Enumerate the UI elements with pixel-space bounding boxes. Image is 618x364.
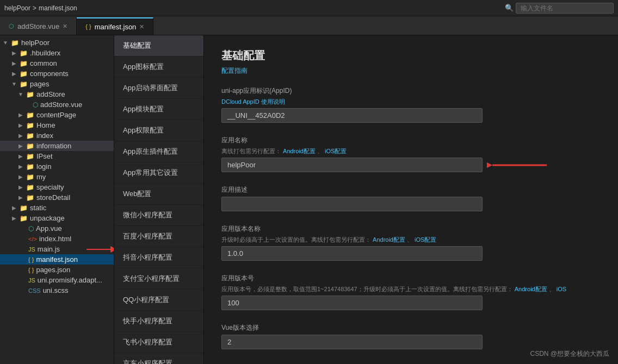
appid-sublabel-link[interactable]: DCloud AppID 使用说明 [221, 98, 285, 105]
vue-version-input[interactable] [221, 335, 483, 349]
breadcrumb: helpPoor > manifest.json [4, 4, 77, 12]
tab-manifest-label: manifest.json [95, 23, 137, 31]
sidebar-item-contentPage[interactable]: ▶ 📁 contentPage [0, 110, 114, 120]
version-name-input[interactable] [221, 246, 483, 261]
components-label: components [30, 70, 69, 78]
tab-manifest[interactable]: { } manifest.json ✕ [77, 17, 153, 35]
tab-manifest-icon: { } [85, 23, 91, 30]
sidebar-item-pages[interactable]: ▼ 📁 pages [0, 79, 114, 89]
config-menu-app-other[interactable]: App常用其它设置 [114, 162, 203, 184]
unpackage-icon: 📁 [20, 215, 28, 222]
sidebar-item-uni-promisify[interactable]: JS uni.promisify.adapt... [0, 275, 114, 285]
config-menu-jingdong[interactable]: 京东小程序配置 [114, 353, 203, 364]
field-version-code: 应用版本号 应用版本号，必须是整数，取值范围1~2147483647；升级时必须… [221, 274, 601, 310]
index-icon: 📁 [26, 132, 34, 140]
version-name-ios-link[interactable]: iOS配置 [415, 236, 436, 243]
sidebar-item-my[interactable]: ▶ 📁 my [0, 172, 114, 182]
tab-manifest-close[interactable]: ✕ [139, 23, 144, 30]
config-menu-douyin[interactable]: 抖音小程序配置 [114, 247, 203, 268]
config-menu-app-icon[interactable]: App图标配置 [114, 57, 203, 78]
config-menu-app-splash[interactable]: App启动界面配置 [114, 78, 203, 99]
appid-label: uni-app应用标识(AppID) [221, 86, 601, 96]
version-name-android-link[interactable]: Android配置 [373, 236, 405, 243]
sidebar-item-login[interactable]: ▶ 📁 login [0, 161, 114, 172]
sidebar-item-index[interactable]: ▶ 📁 index [0, 130, 114, 141]
config-menu-web[interactable]: Web配置 [114, 184, 203, 205]
IPset-icon: 📁 [26, 153, 34, 160]
guide-link[interactable]: 配置指南 [221, 66, 248, 76]
tab-addStore[interactable]: ⬡ addStore.vue ✕ [0, 17, 77, 35]
config-menu-feishu[interactable]: 飞书小程序配置 [114, 332, 203, 353]
sidebar-item-addStore-vue[interactable]: ⬡ addStore.vue [0, 99, 114, 110]
sidebar-item-components[interactable]: ▶ 📁 components [0, 68, 114, 79]
login-icon: 📁 [26, 163, 34, 171]
sidebar-item-static[interactable]: ▶ 📁 static [0, 203, 114, 213]
version-code-input[interactable] [221, 296, 483, 310]
uni-scss-icon: CSS [28, 287, 41, 294]
sidebar-item-information[interactable]: ▶ 📁 information [0, 141, 114, 151]
field-version-name: 应用版本名称 升级时必须高于上一次设置的值。离线打包需另行配置： Android… [221, 224, 601, 261]
pages-json-icon: { } [28, 267, 34, 273]
version-code-label: 应用版本号 [221, 274, 601, 283]
appname-input[interactable] [221, 158, 483, 172]
config-menu-kuaishou[interactable]: 快手小程序配置 [114, 311, 203, 332]
contentPage-icon: 📁 [26, 111, 34, 119]
tab-addStore-close[interactable]: ✕ [63, 23, 67, 30]
sidebar-item-storeDetail[interactable]: ▶ 📁 storeDetail [0, 192, 114, 203]
breadcrumb-item-1: helpPoor [4, 4, 30, 12]
sidebar-item-IPset[interactable]: ▶ 📁 IPset [0, 151, 114, 161]
version-code-ios-link[interactable]: iOS [557, 286, 566, 292]
pages-arrow: ▼ [11, 81, 17, 87]
config-menu-qq[interactable]: QQ小程序配置 [114, 290, 203, 311]
unpackage-label: unpackage [30, 214, 65, 222]
field-appdesc: 应用描述 [221, 185, 601, 211]
config-menu-alipay[interactable]: 支付宝小程序配置 [114, 268, 203, 290]
Home-icon: 📁 [26, 122, 34, 129]
sidebar-item-main-js[interactable]: JS main.js [0, 244, 114, 254]
static-icon: 📁 [20, 204, 28, 212]
specialty-icon: 📁 [26, 184, 34, 191]
uni-scss-label: uni.scss [43, 286, 69, 294]
sidebar-item-manifest-json[interactable]: { } manifest.json [0, 254, 114, 265]
sidebar-item-index-html[interactable]: </> index.html [0, 234, 114, 244]
field-appname: 应用名称 离线打包需另行配置： Android配置 、 iOS配置 [221, 136, 601, 172]
tab-bar: ⬡ addStore.vue ✕ { } manifest.json ✕ [0, 16, 618, 35]
tab-addStore-label: addStore.vue [17, 22, 59, 30]
config-menu-app-plugin[interactable]: App原生插件配置 [114, 141, 203, 162]
version-code-sublabel-text: 应用版本号，必须是整数，取值范围1~2147483647；升级时必须高于上一次设… [221, 286, 513, 292]
sidebar-item-App-vue[interactable]: ⬡ App.vue [0, 223, 114, 234]
uni-promisify-icon: JS [28, 277, 35, 284]
config-menu-app-module[interactable]: App模块配置 [114, 99, 203, 120]
sidebar-item-common[interactable]: ▶ 📁 common [0, 58, 114, 68]
sidebar-item-unpackage[interactable]: ▶ 📁 unpackage [0, 213, 114, 223]
Home-label: Home [36, 121, 55, 129]
config-menu-app-permission[interactable]: App权限配置 [114, 120, 203, 141]
sidebar-item-specialty[interactable]: ▶ 📁 specialty [0, 182, 114, 192]
config-menu-basic[interactable]: 基础配置 [114, 35, 203, 57]
search-input[interactable] [516, 3, 614, 14]
main-layout: ▼ 📁 helpPoor ▶ 📁 .hbuilderx ▶ 📁 common ▶… [0, 35, 618, 364]
sidebar-item-Home[interactable]: ▶ 📁 Home [0, 120, 114, 130]
search-icon: 🔍 [505, 4, 514, 12]
addStore-folder-icon: 📁 [26, 91, 34, 98]
sidebar-item-pages-json[interactable]: { } pages.json [0, 265, 114, 275]
appname-sublabel: 离线打包需另行配置： Android配置 、 iOS配置 [221, 147, 601, 155]
config-content: 基础配置 配置指南 uni-app应用标识(AppID) DCloud AppI… [204, 35, 618, 364]
common-label: common [30, 59, 57, 67]
config-menu-baidu[interactable]: 百度小程序配置 [114, 226, 203, 247]
addStore-vue-label: addStore.vue [40, 101, 82, 109]
sidebar-item-uni-scss[interactable]: CSS uni.scss [0, 285, 114, 296]
appname-android-link[interactable]: Android配置 [283, 148, 316, 154]
my-icon: 📁 [26, 173, 34, 181]
config-menu-weixin[interactable]: 微信小程序配置 [114, 205, 203, 226]
storeDetail-icon: 📁 [26, 194, 34, 202]
sidebar-item-addStore-folder[interactable]: ▼ 📁 addStore [0, 89, 114, 99]
appdesc-input[interactable] [221, 197, 483, 211]
appdesc-label: 应用描述 [221, 185, 601, 194]
sidebar-item-hbuilderx[interactable]: ▶ 📁 .hbuilderx [0, 48, 114, 58]
addStore-vue-icon: ⬡ [33, 101, 38, 109]
appname-ios-link[interactable]: iOS配置 [325, 148, 347, 154]
tree-root[interactable]: ▼ 📁 helpPoor [0, 37, 114, 48]
version-code-android-link[interactable]: Android配置 [515, 286, 547, 292]
field-vue-version: Vue版本选择 [221, 323, 601, 349]
